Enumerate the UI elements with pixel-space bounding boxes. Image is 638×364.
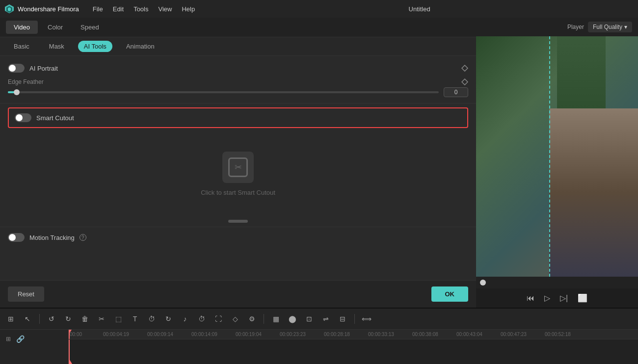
edge-feather-slider[interactable] (8, 91, 439, 93)
playhead-ruler (69, 330, 70, 339)
timeline-track-content: 00:00 00:00:04:19 00:00:09:14 00:00:14:0… (69, 330, 638, 364)
play-button[interactable]: ▷ (544, 293, 550, 303)
app-name: Wondershare Filmora (18, 5, 79, 13)
smart-cutout-icon (228, 157, 248, 177)
flip-btn[interactable]: ⇌ (319, 312, 333, 326)
motion-tracking-help-icon[interactable]: ? (80, 234, 86, 241)
ruler-mark-8: 00:00:38:08 (412, 332, 456, 337)
edge-feather-label: Edge Feather (8, 78, 44, 85)
player-quality-selector[interactable]: Full Quality ▾ (588, 22, 632, 32)
tl-sep-1 (39, 314, 40, 324)
player-timeline-bar[interactable] (476, 277, 638, 288)
video-frame (476, 36, 638, 277)
smart-cutout-row: Smart Cutout (15, 113, 461, 122)
tab-speed[interactable]: Speed (73, 21, 107, 34)
ruler-mark-6: 00:00:28:18 (324, 332, 368, 337)
audio2-btn[interactable]: ▦ (269, 312, 283, 326)
speed-btn[interactable]: ⏱ (195, 312, 209, 326)
right-panel: Player Full Quality ▾ ⏮ ▷ ▷| ⬜ (476, 18, 638, 308)
menu-edit[interactable]: Edit (113, 5, 124, 13)
ruler-mark-11: 00:00:52:18 (545, 332, 589, 337)
edge-feather-slider-row: 0 (8, 87, 468, 97)
svg-marker-4 (462, 79, 468, 85)
split-tool-btn[interactable]: ⊞ (4, 312, 18, 326)
ruler-mark-0: 00:00 (69, 332, 103, 337)
content-area: AI Portrait Edge Feather (0, 56, 476, 280)
motion-tracking-label: Motion Tracking (29, 234, 75, 241)
ruler-mark-10: 00:00:47:23 (501, 332, 545, 337)
timeline-tracks: ⊞ 🔗 00:00 00:00:04:19 00:00:09:14 00:00:… (0, 330, 638, 364)
edge-feather-value[interactable]: 0 (444, 87, 468, 97)
bottom-buttons: Reset OK (0, 280, 476, 308)
text-btn[interactable]: T (128, 312, 142, 326)
ruler-mark-5: 00:00:23:23 (280, 332, 324, 337)
motion-tracking-section: Motion Tracking ? (0, 227, 476, 248)
step-back-button[interactable]: ⏮ (527, 294, 534, 303)
ok-button[interactable]: OK (431, 286, 469, 302)
fullscreen-btn[interactable]: ⛶ (212, 312, 225, 326)
ruler-mark-9: 00:00:43:04 (456, 332, 501, 337)
step-forward-button[interactable]: ▷| (560, 293, 568, 303)
smart-cutout-toggle[interactable] (15, 113, 31, 122)
main-content: Video Color Speed Basic Mask AI Tools An… (0, 18, 638, 308)
scroll-indicator (0, 216, 476, 227)
player-header: Player Full Quality ▾ (476, 18, 638, 36)
player-controls: ⏮ ▷ ▷| ⬜ (476, 288, 638, 308)
track-label-row-1: ⊞ 🔗 (4, 332, 64, 346)
reset-button[interactable]: Reset (8, 286, 44, 302)
replace-btn[interactable]: ⊟ (336, 312, 349, 326)
ruler-marks-container: 00:00 00:00:04:19 00:00:09:14 00:00:14:0… (69, 332, 638, 337)
record-btn[interactable]: ⬤ (286, 312, 299, 326)
video-track-row (69, 339, 638, 364)
ai-portrait-label-row: AI Portrait (8, 64, 58, 73)
slider-thumb[interactable] (14, 89, 20, 95)
select-tool-btn[interactable]: ↖ (21, 312, 34, 326)
track-grid-icon[interactable]: ⊞ (4, 335, 13, 343)
tl-sep-3 (354, 314, 355, 324)
audio-btn[interactable]: ♪ (178, 312, 192, 326)
cutout-placeholder[interactable]: Click to start Smart Cutout (0, 132, 476, 216)
tl-sep-2 (264, 314, 264, 324)
shape-btn[interactable]: ◇ (228, 312, 242, 326)
adjust-btn[interactable]: ⚙ (245, 312, 259, 326)
cutout-icon-box (222, 152, 254, 183)
player-video (476, 36, 638, 277)
tab-video[interactable]: Video (6, 21, 38, 34)
tab-animation[interactable]: Animation (120, 41, 160, 52)
player-label: Player (567, 24, 584, 30)
tab-basic[interactable]: Basic (8, 41, 35, 52)
edge-feather-row: Edge Feather (8, 75, 468, 87)
timer-btn[interactable]: ⏱ (145, 312, 159, 326)
menu-file[interactable]: File (93, 5, 103, 13)
crop-btn[interactable]: ⬚ (111, 312, 125, 326)
menu-help[interactable]: Help (182, 5, 195, 13)
motion-tracking-toggle[interactable] (8, 233, 25, 242)
player-scrubber[interactable] (480, 280, 486, 286)
ai-portrait-diamond-icon (461, 65, 468, 72)
cut-btn[interactable]: ✂ (95, 312, 108, 326)
tab-mask[interactable]: Mask (43, 41, 70, 52)
tab-color[interactable]: Color (40, 21, 71, 34)
undo-btn[interactable]: ↺ (45, 312, 58, 326)
menu-tools[interactable]: Tools (133, 5, 148, 13)
filmora-logo-icon (4, 3, 15, 14)
ruler-mark-4: 00:00:19:04 (236, 332, 280, 337)
adjust2-btn[interactable]: ⟺ (360, 312, 373, 326)
menu-view[interactable]: View (158, 5, 172, 13)
delete-btn[interactable]: 🗑 (78, 312, 92, 326)
redo-btn[interactable]: ↻ (61, 312, 75, 326)
cutout-placeholder-text: Click to start Smart Cutout (201, 189, 275, 196)
sub-tabs: Basic Mask AI Tools Animation (0, 37, 476, 56)
track-link-icon[interactable]: 🔗 (16, 335, 25, 343)
ai-portrait-toggle[interactable] (8, 64, 25, 73)
motion-tracking-row: Motion Tracking ? (8, 233, 468, 242)
tab-ai-tools[interactable]: AI Tools (78, 41, 112, 52)
stop-button[interactable]: ⬜ (578, 293, 587, 303)
scroll-pill (228, 220, 248, 223)
smart-cutout-section: Smart Cutout (8, 107, 468, 128)
playhead-bottom (69, 359, 72, 364)
ai-portrait-row: AI Portrait (8, 62, 468, 75)
rotate-btn[interactable]: ↻ (161, 312, 175, 326)
timeline-track-labels: ⊞ 🔗 (0, 330, 69, 364)
group-btn[interactable]: ⊡ (302, 312, 316, 326)
